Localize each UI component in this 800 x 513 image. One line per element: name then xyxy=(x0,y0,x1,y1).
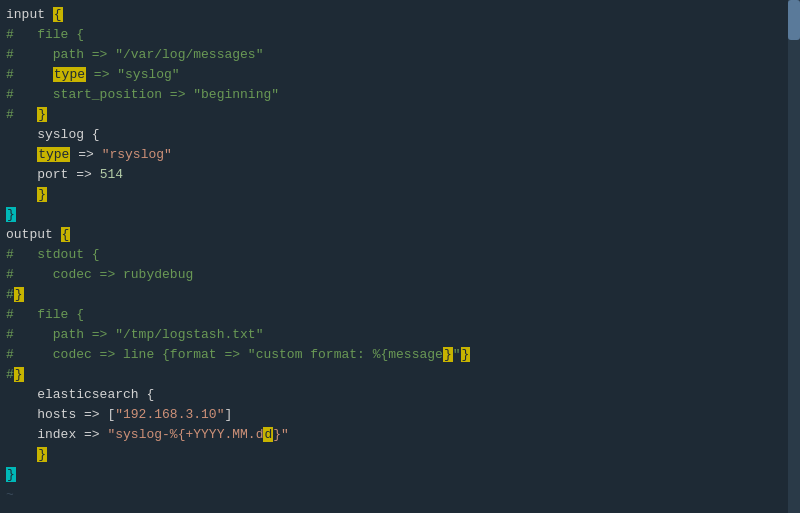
string-value: "192.168.3.10" xyxy=(115,407,224,422)
line-15: #} xyxy=(0,284,800,304)
code-text: # codec => rubydebug xyxy=(6,267,193,282)
code-text: ] xyxy=(224,407,232,422)
brace-highlight: } xyxy=(37,447,47,462)
code-text: port => xyxy=(6,167,100,182)
line-14: # codec => rubydebug xyxy=(0,264,800,284)
line-4: # type => "syslog" xyxy=(0,64,800,84)
cursor-marker: } xyxy=(6,207,16,222)
code-text: # path => "/tmp/logstash.txt" xyxy=(6,327,263,342)
code-text: syslog { xyxy=(6,127,100,142)
line-20: elasticsearch { xyxy=(0,384,800,404)
code-text: elasticsearch { xyxy=(6,387,154,402)
code-text: # path => "/var/log/messages" xyxy=(6,47,263,62)
line-25: ~ xyxy=(0,484,800,504)
line-9: port => 514 xyxy=(0,164,800,184)
dd-highlight: d xyxy=(263,427,273,442)
brace-highlight: } xyxy=(14,287,24,302)
line-17: # path => "/tmp/logstash.txt" xyxy=(0,324,800,344)
code-text: # xyxy=(6,367,14,382)
line-11: } xyxy=(0,204,800,224)
code-text: # start_position => "beginning" xyxy=(6,87,279,102)
code-text: # xyxy=(6,107,37,122)
line-5: # start_position => "beginning" xyxy=(0,84,800,104)
line-12: output { xyxy=(0,224,800,244)
number-value: 514 xyxy=(100,167,123,182)
line-16: # file { xyxy=(0,304,800,324)
string-value: }" xyxy=(273,427,289,442)
type-highlight: type xyxy=(53,67,86,82)
brace-highlight: } xyxy=(37,107,47,122)
line-19: #} xyxy=(0,364,800,384)
line-10: } xyxy=(0,184,800,204)
code-editor[interactable]: input { # file { # path => "/var/log/mes… xyxy=(0,0,800,513)
code-text: hosts => [ xyxy=(6,407,115,422)
cursor-marker: } xyxy=(6,467,16,482)
brace-end-highlight: } xyxy=(461,347,471,362)
line-3: # path => "/var/log/messages" xyxy=(0,44,800,64)
line-18: # codec => line {format => "custom forma… xyxy=(0,344,800,364)
line-22: index => "syslog-%{+YYYY.MM.dd}" xyxy=(0,424,800,444)
code-text: # xyxy=(6,287,14,302)
code-text: => xyxy=(70,147,101,162)
code-text: => "syslog" xyxy=(86,67,180,82)
code-text: " xyxy=(453,347,461,362)
code-text xyxy=(6,447,37,462)
line-2: # file { xyxy=(0,24,800,44)
line-7: syslog { xyxy=(0,124,800,144)
type-highlight: type xyxy=(37,147,70,162)
scrollbar[interactable] xyxy=(788,0,800,513)
code-text: index => xyxy=(6,427,107,442)
brace-highlight: { xyxy=(53,7,63,22)
line-23: } xyxy=(0,444,800,464)
brace-highlight: } xyxy=(37,187,47,202)
line-6: # } xyxy=(0,104,800,124)
line-24: } xyxy=(0,464,800,484)
code-text xyxy=(6,187,37,202)
code-text: # stdout { xyxy=(6,247,100,262)
tilde-char: ~ xyxy=(6,487,14,502)
line-21: hosts => ["192.168.3.10"] xyxy=(0,404,800,424)
code-text xyxy=(6,147,37,162)
code-text: output xyxy=(6,227,61,242)
brace-highlight: { xyxy=(61,227,71,242)
line-1: input { xyxy=(0,4,800,24)
code-text: # file { xyxy=(6,307,84,322)
string-value: "rsyslog" xyxy=(102,147,172,162)
line-13: # stdout { xyxy=(0,244,800,264)
line-8: type => "rsyslog" xyxy=(0,144,800,164)
code-text: # xyxy=(6,67,53,82)
string-value: "syslog-%{+YYYY.MM.d xyxy=(107,427,263,442)
brace-highlight: } xyxy=(14,367,24,382)
code-text: input xyxy=(6,7,53,22)
code-text: # file { xyxy=(6,27,84,42)
msg-highlight: } xyxy=(443,347,453,362)
code-text: # codec => line {format => "custom forma… xyxy=(6,347,443,362)
scrollbar-thumb[interactable] xyxy=(788,0,800,40)
